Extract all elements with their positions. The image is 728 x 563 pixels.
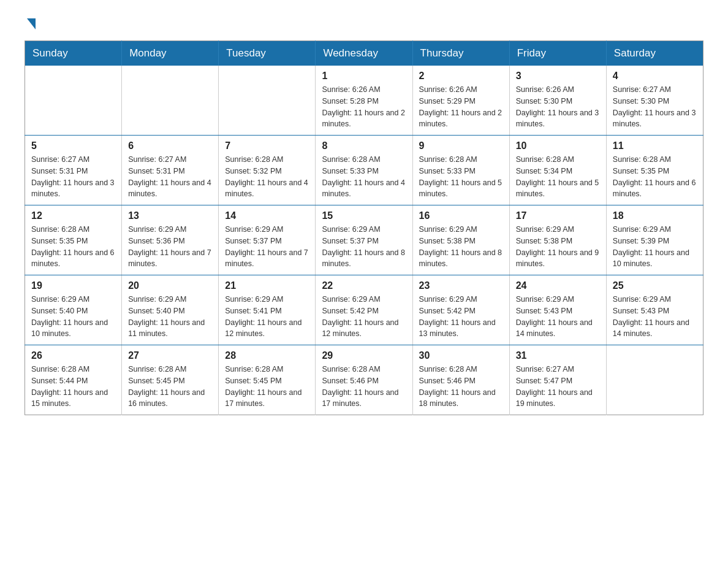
day-number: 8 [322, 140, 406, 151]
day-info: Sunrise: 6:28 AMSunset: 5:35 PMDaylight:… [613, 154, 697, 200]
calendar-cell: 30Sunrise: 6:28 AMSunset: 5:46 PMDayligh… [412, 345, 509, 415]
calendar-cell: 3Sunrise: 6:26 AMSunset: 5:30 PMDaylight… [509, 66, 606, 136]
calendar-cell: 18Sunrise: 6:29 AMSunset: 5:39 PMDayligh… [606, 205, 703, 275]
calendar-cell: 19Sunrise: 6:29 AMSunset: 5:40 PMDayligh… [25, 275, 122, 345]
day-info: Sunrise: 6:29 AMSunset: 5:40 PMDaylight:… [31, 294, 115, 340]
day-info: Sunrise: 6:28 AMSunset: 5:45 PMDaylight:… [225, 364, 309, 410]
calendar-cell [25, 66, 122, 136]
day-number: 23 [419, 280, 503, 291]
day-info: Sunrise: 6:29 AMSunset: 5:43 PMDaylight:… [516, 294, 600, 340]
calendar-cell: 12Sunrise: 6:28 AMSunset: 5:35 PMDayligh… [25, 205, 122, 275]
day-info: Sunrise: 6:28 AMSunset: 5:44 PMDaylight:… [31, 364, 115, 410]
day-number: 19 [31, 280, 115, 291]
logo-general [25, 18, 36, 31]
calendar-cell: 24Sunrise: 6:29 AMSunset: 5:43 PMDayligh… [509, 275, 606, 345]
day-number: 25 [613, 280, 697, 291]
day-number: 10 [516, 140, 600, 151]
day-number: 3 [516, 71, 600, 82]
day-info: Sunrise: 6:28 AMSunset: 5:33 PMDaylight:… [419, 154, 503, 200]
day-number: 28 [225, 350, 309, 361]
calendar-cell: 26Sunrise: 6:28 AMSunset: 5:44 PMDayligh… [25, 345, 122, 415]
week-row-4: 26Sunrise: 6:28 AMSunset: 5:44 PMDayligh… [25, 345, 703, 415]
calendar-cell: 29Sunrise: 6:28 AMSunset: 5:46 PMDayligh… [316, 345, 412, 415]
calendar-cell: 1Sunrise: 6:26 AMSunset: 5:28 PMDaylight… [316, 66, 412, 136]
day-number: 5 [31, 140, 115, 151]
day-info: Sunrise: 6:29 AMSunset: 5:39 PMDaylight:… [613, 224, 697, 270]
calendar-cell: 21Sunrise: 6:29 AMSunset: 5:41 PMDayligh… [219, 275, 316, 345]
day-number: 26 [31, 350, 115, 361]
day-info: Sunrise: 6:28 AMSunset: 5:46 PMDaylight:… [322, 364, 406, 410]
day-info: Sunrise: 6:26 AMSunset: 5:28 PMDaylight:… [322, 84, 406, 130]
calendar-cell: 28Sunrise: 6:28 AMSunset: 5:45 PMDayligh… [219, 345, 316, 415]
day-info: Sunrise: 6:28 AMSunset: 5:32 PMDaylight:… [225, 154, 309, 200]
calendar-cell [122, 66, 219, 136]
calendar-cell: 6Sunrise: 6:27 AMSunset: 5:31 PMDaylight… [122, 136, 219, 205]
day-number: 30 [419, 350, 503, 361]
day-number: 16 [419, 210, 503, 221]
day-number: 31 [516, 350, 600, 361]
weekday-header-friday: Friday [509, 41, 606, 66]
day-number: 15 [322, 210, 406, 221]
day-info: Sunrise: 6:29 AMSunset: 5:38 PMDaylight:… [516, 224, 600, 270]
day-number: 1 [322, 71, 406, 82]
day-number: 24 [516, 280, 600, 291]
weekday-header-tuesday: Tuesday [219, 41, 316, 66]
calendar-cell: 8Sunrise: 6:28 AMSunset: 5:33 PMDaylight… [316, 136, 412, 205]
day-number: 7 [225, 140, 309, 151]
day-number: 14 [225, 210, 309, 221]
calendar-cell: 31Sunrise: 6:27 AMSunset: 5:47 PMDayligh… [509, 345, 606, 415]
day-number: 6 [128, 140, 212, 151]
page-header [25, 18, 703, 28]
day-info: Sunrise: 6:28 AMSunset: 5:34 PMDaylight:… [516, 154, 600, 200]
weekday-header-saturday: Saturday [606, 41, 703, 66]
day-number: 21 [225, 280, 309, 291]
day-info: Sunrise: 6:28 AMSunset: 5:46 PMDaylight:… [419, 364, 503, 410]
calendar-cell: 20Sunrise: 6:29 AMSunset: 5:40 PMDayligh… [122, 275, 219, 345]
day-info: Sunrise: 6:27 AMSunset: 5:31 PMDaylight:… [31, 154, 115, 200]
day-number: 12 [31, 210, 115, 221]
calendar-cell: 9Sunrise: 6:28 AMSunset: 5:33 PMDaylight… [412, 136, 509, 205]
day-number: 20 [128, 280, 212, 291]
day-info: Sunrise: 6:29 AMSunset: 5:42 PMDaylight:… [419, 294, 503, 340]
day-number: 4 [613, 71, 697, 82]
weekday-header-thursday: Thursday [412, 41, 509, 66]
week-row-1: 5Sunrise: 6:27 AMSunset: 5:31 PMDaylight… [25, 136, 703, 205]
day-info: Sunrise: 6:28 AMSunset: 5:45 PMDaylight:… [128, 364, 212, 410]
calendar-cell [606, 345, 703, 415]
day-number: 18 [613, 210, 697, 221]
day-info: Sunrise: 6:26 AMSunset: 5:29 PMDaylight:… [419, 84, 503, 130]
calendar-cell: 11Sunrise: 6:28 AMSunset: 5:35 PMDayligh… [606, 136, 703, 205]
day-info: Sunrise: 6:29 AMSunset: 5:40 PMDaylight:… [128, 294, 212, 340]
calendar-cell [219, 66, 316, 136]
week-row-0: 1Sunrise: 6:26 AMSunset: 5:28 PMDaylight… [25, 66, 703, 136]
day-info: Sunrise: 6:29 AMSunset: 5:43 PMDaylight:… [613, 294, 697, 340]
calendar-cell: 2Sunrise: 6:26 AMSunset: 5:29 PMDaylight… [412, 66, 509, 136]
calendar-cell: 10Sunrise: 6:28 AMSunset: 5:34 PMDayligh… [509, 136, 606, 205]
day-info: Sunrise: 6:29 AMSunset: 5:41 PMDaylight:… [225, 294, 309, 340]
day-number: 29 [322, 350, 406, 361]
weekday-header-sunday: Sunday [25, 41, 122, 66]
day-number: 27 [128, 350, 212, 361]
day-number: 11 [613, 140, 697, 151]
day-number: 17 [516, 210, 600, 221]
calendar-cell: 16Sunrise: 6:29 AMSunset: 5:38 PMDayligh… [412, 205, 509, 275]
calendar-cell: 5Sunrise: 6:27 AMSunset: 5:31 PMDaylight… [25, 136, 122, 205]
logo-arrow-icon [27, 18, 36, 29]
week-row-3: 19Sunrise: 6:29 AMSunset: 5:40 PMDayligh… [25, 275, 703, 345]
weekday-header-monday: Monday [122, 41, 219, 66]
weekday-header-row: SundayMondayTuesdayWednesdayThursdayFrid… [25, 41, 703, 66]
logo [25, 18, 36, 28]
calendar-cell: 23Sunrise: 6:29 AMSunset: 5:42 PMDayligh… [412, 275, 509, 345]
day-info: Sunrise: 6:27 AMSunset: 5:47 PMDaylight:… [516, 364, 600, 410]
day-info: Sunrise: 6:27 AMSunset: 5:31 PMDaylight:… [128, 154, 212, 200]
calendar-cell: 17Sunrise: 6:29 AMSunset: 5:38 PMDayligh… [509, 205, 606, 275]
week-row-2: 12Sunrise: 6:28 AMSunset: 5:35 PMDayligh… [25, 205, 703, 275]
day-info: Sunrise: 6:29 AMSunset: 5:37 PMDaylight:… [225, 224, 309, 270]
day-info: Sunrise: 6:29 AMSunset: 5:42 PMDaylight:… [322, 294, 406, 340]
day-number: 13 [128, 210, 212, 221]
calendar-table: SundayMondayTuesdayWednesdayThursdayFrid… [25, 40, 703, 415]
day-info: Sunrise: 6:29 AMSunset: 5:38 PMDaylight:… [419, 224, 503, 270]
day-info: Sunrise: 6:27 AMSunset: 5:30 PMDaylight:… [613, 84, 697, 130]
day-number: 2 [419, 71, 503, 82]
day-info: Sunrise: 6:26 AMSunset: 5:30 PMDaylight:… [516, 84, 600, 130]
